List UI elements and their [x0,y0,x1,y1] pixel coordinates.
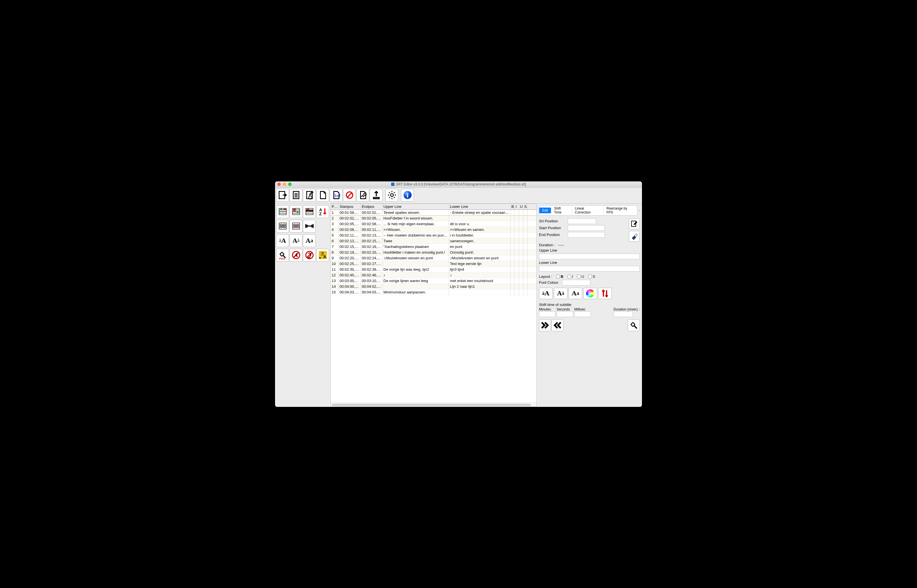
fix-all-button[interactable] [356,189,369,202]
stretch-button[interactable] [303,220,316,233]
cell-end: 00:02:39,635 [361,267,383,272]
tab-shift-time[interactable]: Shift Time [551,205,572,215]
edit-entry-button[interactable] [629,218,640,229]
col-startpos[interactable]: Startpos [339,204,361,209]
shift-millisec-input[interactable] [574,311,591,317]
tab-rearrange-fps[interactable]: Rearrange by FPS [603,205,637,215]
panel-lowercase-button[interactable]: āA [539,288,553,299]
erase-entry-button[interactable] [629,231,640,242]
document-button[interactable] [289,189,302,202]
col-pos[interactable]: Pos [331,204,339,209]
cell-upper: "Aanhalingstekens plaatsen [383,244,449,249]
cell-end: 00:03:10,885 [361,278,383,283]
table-row[interactable]: 500:02:11,56500:02:13,198-- Hier moeten … [331,233,537,238]
seconds-label: Seconds [556,307,573,311]
panel-uppercase-button[interactable]: Aā [554,288,568,299]
table-row[interactable]: 900:02:20,87500:02:24,143♫Muzieknoten wi… [331,255,537,261]
table-row[interactable]: 400:02:08,52900:02:11,465>>Wissen.<<Wiss… [331,227,537,233]
table-row[interactable]: 1000:02:25,23400:02:27,333Test lege eers… [331,261,537,267]
col-upper[interactable]: Upper Line [383,204,449,209]
shift-seconds-input[interactable] [556,311,573,317]
table-row[interactable]: 1300:03:00,45600:03:10,885De vorige lijn… [331,278,537,284]
table-row[interactable]: 1200:02:45,87500:02:46,365♪♪ [331,272,537,278]
panel-case-button[interactable]: Aa [569,288,582,299]
svg-rect-37 [293,223,300,225]
save-button[interactable] [303,189,316,202]
col-i[interactable]: I [515,204,519,209]
titlebar: SRT Editor v3.0.0 [/Volumes/DATA 10TB/DA… [275,181,642,187]
table-row[interactable]: 200:02:02,15600:02:05,593HooFdletter f i… [331,215,537,221]
shift-minutes-input[interactable] [539,311,555,317]
underline-checkbox[interactable]: U [577,275,584,279]
remove-formatting-button[interactable]: A [289,249,302,262]
info-button[interactable]: Info [330,189,343,202]
table-row[interactable]: 800:02:19,37300:02:20,775Hoofdletter i m… [331,250,537,255]
col-endpos[interactable]: Endpos [361,204,383,209]
cell-start: 00:02:45,875 [339,272,361,278]
start-position-input[interactable] [568,225,605,231]
sort-button[interactable]: AZ [316,205,329,218]
cell-upper: Minimumduur aanpassen. [383,289,449,295]
upload-button[interactable] [370,189,383,202]
translate-button[interactable]: 文A [316,249,329,262]
delete-row-button[interactable] [303,205,316,218]
table-row[interactable]: 1500:04:03,00000:04:03,500Minimumduur aa… [331,289,537,295]
delete-button[interactable] [343,189,356,202]
colour-picker-button[interactable] [583,288,597,299]
upper-line-input[interactable] [539,254,640,259]
swap-lines-button[interactable] [598,288,612,299]
horizontal-scrollbar[interactable] [331,402,537,407]
italic-checkbox[interactable]: I [568,275,573,279]
cell-lower: dit is voor u. [449,221,511,227]
srt-position-input[interactable] [568,218,596,224]
merge-rows-button[interactable] [289,220,302,233]
export-button[interactable] [276,189,289,202]
case-toggle-button[interactable]: Aa [303,234,316,247]
svg-rect-15 [279,212,286,213]
cell-start: 00:02:30,900 [339,267,361,272]
tab-linear-correction[interactable]: Linear Correction [572,205,603,215]
settings-button[interactable] [385,189,398,202]
apply-duration-button[interactable] [628,319,640,331]
col-u[interactable]: U [519,204,523,209]
remove-hearing-impaired-button[interactable] [303,249,316,262]
strikethrough-checkbox[interactable]: S [588,275,595,279]
svg-text:A: A [323,254,326,259]
to-lowercase-button[interactable]: āA [276,234,289,247]
svg-line-9 [347,193,351,197]
tab-edit[interactable]: Edit [539,208,551,213]
table-body[interactable]: 100:01:58,55100:02:02,056Teveel spaties … [331,210,537,402]
table-row[interactable]: 1400:04:00,00000:04:02,562Lijn 2 naar li… [331,284,537,289]
cell-upper: Hoofdletter i maken en onnodig punt.! [383,250,449,255]
new-file-button[interactable] [316,189,329,202]
end-position-input[interactable] [568,232,605,238]
shift-backward-button[interactable] [551,319,563,331]
insert-row-after-button[interactable] [289,205,302,218]
col-s[interactable]: S [523,204,527,209]
lower-line-input[interactable] [539,266,640,271]
about-button[interactable]: i [401,189,414,202]
table-row[interactable]: 300:02:05,69300:02:08,429... Ik heb mijn… [331,221,537,227]
cell-lower: ♪ [449,272,511,278]
cell-end: 00:02:46,365 [361,272,383,278]
cell-lower: - Enkele streep en spatie vooraan wissen… [449,210,511,215]
tabs-overflow-icon[interactable]: › [639,208,640,212]
to-uppercase-button[interactable]: Aā [289,234,302,247]
table-row[interactable]: 100:01:58,55100:02:02,056Teveel spaties … [331,210,537,215]
duration-msec-input[interactable] [613,311,633,317]
bold-checkbox[interactable]: B [556,275,563,279]
table-row[interactable]: 700:02:15,90300:02:19,273"Aanhalingsteke… [331,244,537,250]
split-row-button[interactable] [276,220,289,233]
cell-pos: 8 [331,250,339,255]
col-lower[interactable]: Lower Line [449,204,511,209]
svg-text:POS: POS [279,257,285,260]
font-colour-input[interactable] [562,280,590,286]
table-row[interactable]: 1100:02:30,90000:02:39,635De vorige lijn… [331,267,537,272]
fix-positions-button[interactable]: POS [276,249,289,262]
cell-start: 00:02:13,733 [339,238,361,244]
insert-row-before-button[interactable] [276,205,289,218]
col-b[interactable]: B [511,204,515,209]
table-row[interactable]: 600:02:13,73300:02:15,803Tweesamenvoegen… [331,238,537,244]
shift-forward-button[interactable] [539,319,551,331]
lower-line-label: Lower Line [539,260,640,265]
